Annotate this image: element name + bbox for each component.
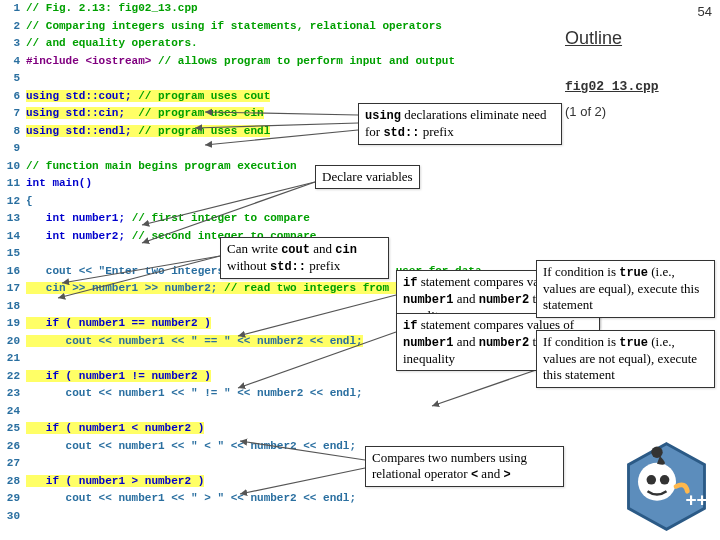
code-line: 23 cout << number1 << " != " << number2 … (0, 385, 560, 403)
annotation-cond-true-ne: If condition is true (i.e., values are n… (536, 330, 715, 388)
page-count: (1 of 2) (565, 104, 720, 119)
code-line: 4#include <iostream> // allows program t… (0, 53, 560, 71)
code-line: 11int main() (0, 175, 560, 193)
svg-point-17 (651, 447, 662, 458)
code-line: 3// and equality operators. (0, 35, 560, 53)
annotation-cond-true-eq: If condition is true (i.e., values are e… (536, 260, 715, 318)
code-line: 30 (0, 508, 560, 526)
code-line: 2// Comparing integers using if statemen… (0, 18, 560, 36)
annotation-relop: Compares two numbers using relational op… (365, 446, 564, 487)
svg-point-16 (660, 475, 670, 485)
code-line: 10// function main begins program execut… (0, 158, 560, 176)
outline-heading: Outline (565, 28, 720, 49)
svg-point-15 (647, 475, 657, 485)
annotation-using: using declarations eliminate need for st… (358, 103, 562, 145)
code-line: 25 if ( number1 < number2 ) (0, 420, 560, 438)
code-line: 5 (0, 70, 560, 88)
code-line: 12{ (0, 193, 560, 211)
cpp-mascot-icon: ++ (619, 439, 714, 534)
outline-panel: Outline fig02_13.cpp (1 of 2) (565, 0, 720, 119)
annotation-coutcin: Can write cout and cin without std:: pre… (220, 237, 389, 279)
code-line: 29 cout << number1 << " > " << number2 <… (0, 490, 560, 508)
code-line: 24 (0, 403, 560, 421)
annotation-declare: Declare variables (315, 165, 420, 189)
code-line: 13 int number1; // first integer to comp… (0, 210, 560, 228)
source-filename: fig02_13.cpp (565, 79, 720, 94)
code-line: 1// Fig. 2.13: fig02_13.cpp (0, 0, 560, 18)
